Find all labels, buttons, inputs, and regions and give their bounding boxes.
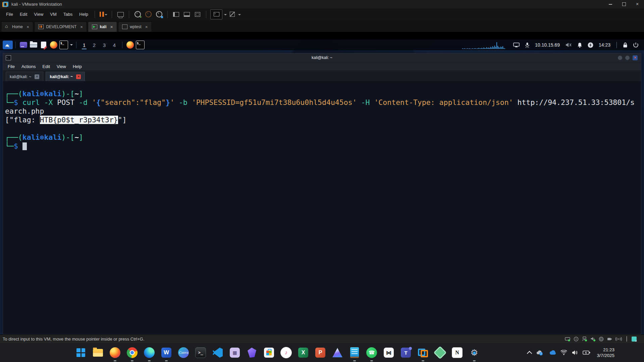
whatsapp-icon[interactable]: ☎ xyxy=(365,346,378,359)
send-devices-button[interactable] xyxy=(116,10,125,19)
minimize-button[interactable] xyxy=(604,0,617,8)
hard-disk-icon[interactable] xyxy=(565,337,571,342)
close-tab-icon[interactable] xyxy=(80,25,83,29)
notepad-icon[interactable] xyxy=(348,346,361,359)
close-tab-icon[interactable] xyxy=(26,25,29,29)
network-icon[interactable] xyxy=(513,42,520,48)
tray-expand-icon[interactable] xyxy=(527,351,532,356)
minimize-button[interactable] xyxy=(618,56,622,60)
microphone-muted-icon[interactable] xyxy=(525,42,530,48)
console-view-button[interactable] xyxy=(193,10,202,19)
console-button[interactable] xyxy=(210,9,222,19)
menu-view[interactable]: View xyxy=(31,8,47,20)
close-tab-icon[interactable] xyxy=(110,25,113,29)
word-icon[interactable]: W xyxy=(160,346,173,359)
diamond-app-icon[interactable] xyxy=(434,346,446,359)
pause-button[interactable] xyxy=(99,10,108,19)
file-explorer-icon[interactable] xyxy=(92,346,104,359)
canva-icon[interactable]: Canva xyxy=(177,346,190,359)
menu-help[interactable]: Help xyxy=(76,8,92,20)
workspace-3[interactable]: 3 xyxy=(99,41,109,49)
menu-vm[interactable]: VM xyxy=(47,8,60,20)
show-library-button[interactable] xyxy=(172,10,180,19)
file-manager-launcher[interactable] xyxy=(29,41,39,49)
menu-help[interactable]: Help xyxy=(69,64,85,69)
wireless-icon[interactable] xyxy=(615,337,622,342)
terminal-tab-1[interactable]: kali@kali: ~ xyxy=(6,72,43,81)
close-tab-icon[interactable] xyxy=(35,74,39,79)
terminal-icon[interactable]: >_ xyxy=(194,346,207,359)
taskbar-clock[interactable]: 21:23 3/7/2025 xyxy=(597,347,614,358)
terminal-titlebar[interactable]: kali@kali: ~ xyxy=(3,53,641,62)
terminal-open-window[interactable] xyxy=(135,41,145,49)
window-app-launcher[interactable] xyxy=(18,41,29,49)
fullscreen-button[interactable] xyxy=(228,10,236,19)
snapshot-take-button[interactable] xyxy=(133,10,142,19)
capcut-icon[interactable]: ⋈ xyxy=(382,346,395,359)
power-manager-icon[interactable] xyxy=(588,42,593,48)
text-editor-launcher[interactable] xyxy=(39,41,49,49)
menu-tabs[interactable]: Tabs xyxy=(60,8,76,20)
disc-icon[interactable] xyxy=(599,337,604,342)
powerpoint-icon[interactable]: P xyxy=(314,346,327,359)
terminal-tab-2[interactable]: kali@kali: ~ xyxy=(46,72,85,81)
kali-applications-button[interactable] xyxy=(3,41,13,49)
wifi-icon[interactable] xyxy=(560,350,567,355)
logout-icon[interactable] xyxy=(633,42,639,48)
network-adapter-icon[interactable] xyxy=(582,337,587,342)
menu-file[interactable]: File xyxy=(4,64,18,69)
onedrive-icon[interactable] xyxy=(548,350,556,355)
chrome-icon[interactable] xyxy=(126,346,139,359)
menu-view[interactable]: View xyxy=(53,64,69,69)
weather-icon[interactable]: i xyxy=(536,350,544,356)
dev-home-icon[interactable]: ▦ xyxy=(228,346,241,359)
vm-tab-kali[interactable]: kali xyxy=(88,21,117,32)
menu-edit[interactable]: Edit xyxy=(16,8,31,20)
close-button[interactable] xyxy=(633,55,638,60)
lock-icon[interactable] xyxy=(623,42,628,48)
chevron-down-icon[interactable] xyxy=(224,14,227,17)
maximize-button[interactable] xyxy=(617,0,631,8)
start-icon[interactable] xyxy=(74,346,87,359)
terminal-content[interactable]: ┌──(kali⊛kali)-[~]└─$ curl -X POST -d '{… xyxy=(3,81,641,334)
firefox-icon[interactable] xyxy=(109,346,121,359)
usb-icon[interactable] xyxy=(607,337,612,342)
workspace-2[interactable]: 2 xyxy=(89,41,99,49)
maximize-button[interactable] xyxy=(625,56,630,60)
apple-music-icon[interactable]: ♪ xyxy=(280,346,292,359)
ms-store-icon[interactable] xyxy=(263,346,275,359)
vm-tab-wptest[interactable]: wptest xyxy=(118,21,152,32)
notifications-bell-icon[interactable] xyxy=(577,42,582,48)
close-button[interactable] xyxy=(631,0,644,8)
vmware-icon[interactable] xyxy=(417,346,429,359)
terminal-launcher[interactable] xyxy=(59,41,69,49)
vm-tab-development[interactable]: DEVELOPMENT xyxy=(34,21,87,32)
edge-icon[interactable] xyxy=(143,346,156,359)
panel-clock[interactable]: 14:23 xyxy=(599,42,610,48)
menu-edit[interactable]: Edit xyxy=(39,64,53,69)
network-monitor-graph[interactable] xyxy=(462,41,505,49)
snapshot-manager-button[interactable] xyxy=(155,10,163,19)
vm-tab-home[interactable]: Home xyxy=(1,21,33,32)
cd-rom-icon[interactable] xyxy=(574,337,579,342)
show-thumbnail-bar-button[interactable] xyxy=(182,10,191,19)
vscode-icon[interactable] xyxy=(211,346,224,359)
settings-icon[interactable]: ⚙ xyxy=(468,346,481,359)
close-tab-icon[interactable] xyxy=(76,74,81,79)
firefox-open-window[interactable] xyxy=(125,41,135,49)
battery-icon[interactable] xyxy=(583,350,590,355)
teams-icon[interactable]: T xyxy=(399,346,412,359)
message-note-icon[interactable] xyxy=(632,337,637,342)
volume-icon[interactable] xyxy=(572,350,578,355)
chevron-down-icon[interactable] xyxy=(238,14,241,17)
notion-icon[interactable]: N xyxy=(451,346,464,359)
ip-address[interactable]: 10.10.15.69 xyxy=(535,42,560,48)
volume-muted-icon[interactable] xyxy=(565,42,572,48)
snapshot-revert-button[interactable] xyxy=(144,10,153,19)
chevron-down-icon[interactable] xyxy=(70,44,73,47)
workspace-4[interactable]: 4 xyxy=(109,41,119,49)
prism-icon[interactable] xyxy=(331,346,344,359)
workspace-1[interactable]: 1 xyxy=(79,41,89,49)
chevron-down-icon[interactable] xyxy=(105,14,107,17)
menu-actions[interactable]: Actions xyxy=(18,64,39,69)
